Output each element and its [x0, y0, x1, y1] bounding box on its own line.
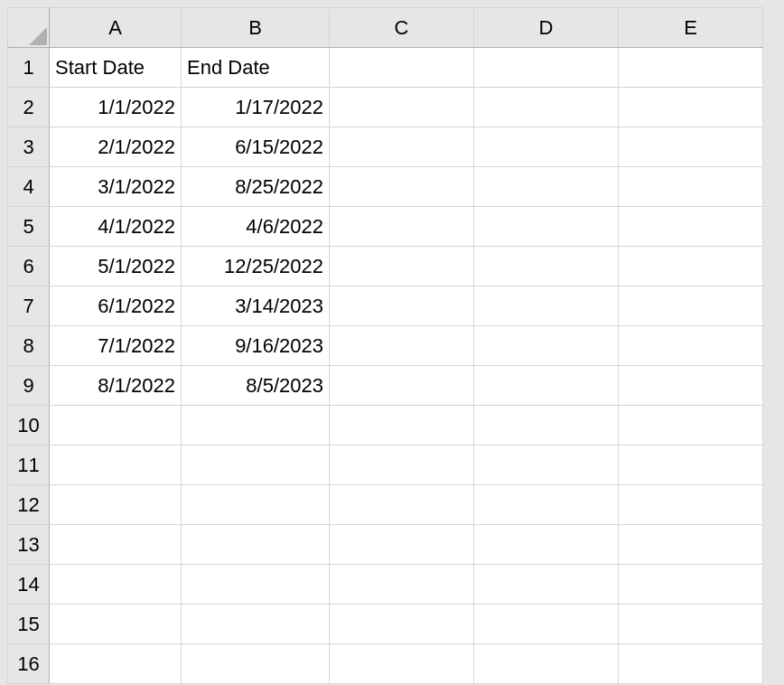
cell-E15[interactable]: [619, 605, 763, 644]
cell-A12[interactable]: [50, 485, 182, 525]
row-header-13[interactable]: 13: [8, 525, 50, 565]
cell-D14[interactable]: [474, 565, 619, 605]
cell-D4[interactable]: [474, 167, 619, 207]
cell-E5[interactable]: [619, 207, 763, 247]
cell-C8[interactable]: [330, 326, 474, 366]
cell-B8[interactable]: 9/16/2023: [182, 326, 330, 366]
cell-C16[interactable]: [330, 644, 474, 684]
cell-A3[interactable]: 2/1/2022: [50, 127, 182, 167]
row-header-11[interactable]: 11: [8, 446, 50, 485]
cell-B2[interactable]: 1/17/2022: [182, 88, 330, 127]
row-header-15[interactable]: 15: [8, 605, 50, 644]
cell-C2[interactable]: [330, 88, 474, 127]
select-all-corner[interactable]: [8, 8, 50, 48]
cell-A6[interactable]: 5/1/2022: [50, 247, 182, 286]
cell-A9[interactable]: 8/1/2022: [50, 366, 182, 406]
row-header-8[interactable]: 8: [8, 326, 50, 366]
column-header-A[interactable]: A: [50, 8, 182, 48]
cell-D10[interactable]: [474, 406, 619, 446]
cell-C9[interactable]: [330, 366, 474, 406]
cell-E16[interactable]: [619, 644, 763, 684]
cell-B9[interactable]: 8/5/2023: [182, 366, 330, 406]
cell-E14[interactable]: [619, 565, 763, 605]
cell-B4[interactable]: 8/25/2022: [182, 167, 330, 207]
row-header-6[interactable]: 6: [8, 247, 50, 286]
cell-D5[interactable]: [474, 207, 619, 247]
spreadsheet-grid[interactable]: A B C D E 1 Start Date End Date 2 1/1/20…: [7, 7, 763, 684]
cell-B1[interactable]: End Date: [182, 48, 330, 88]
cell-E1[interactable]: [619, 48, 763, 88]
cell-E4[interactable]: [619, 167, 763, 207]
cell-E3[interactable]: [619, 127, 763, 167]
cell-A13[interactable]: [50, 525, 182, 565]
cell-D2[interactable]: [474, 88, 619, 127]
cell-B3[interactable]: 6/15/2022: [182, 127, 330, 167]
row-header-10[interactable]: 10: [8, 406, 50, 446]
row-header-2[interactable]: 2: [8, 88, 50, 127]
cell-E13[interactable]: [619, 525, 763, 565]
cell-D7[interactable]: [474, 286, 619, 326]
cell-D11[interactable]: [474, 446, 619, 485]
cell-B12[interactable]: [182, 485, 330, 525]
column-header-E[interactable]: E: [619, 8, 763, 48]
cell-C6[interactable]: [330, 247, 474, 286]
row-header-7[interactable]: 7: [8, 286, 50, 326]
cell-C15[interactable]: [330, 605, 474, 644]
cell-B15[interactable]: [182, 605, 330, 644]
row-header-1[interactable]: 1: [8, 48, 50, 88]
cell-C14[interactable]: [330, 565, 474, 605]
cell-B7[interactable]: 3/14/2023: [182, 286, 330, 326]
cell-E7[interactable]: [619, 286, 763, 326]
cell-B5[interactable]: 4/6/2022: [182, 207, 330, 247]
cell-C10[interactable]: [330, 406, 474, 446]
cell-B10[interactable]: [182, 406, 330, 446]
cell-A10[interactable]: [50, 406, 182, 446]
cell-C11[interactable]: [330, 446, 474, 485]
cell-A11[interactable]: [50, 446, 182, 485]
row-header-14[interactable]: 14: [8, 565, 50, 605]
column-header-B[interactable]: B: [182, 8, 330, 48]
cell-D16[interactable]: [474, 644, 619, 684]
cell-E11[interactable]: [619, 446, 763, 485]
cell-E10[interactable]: [619, 406, 763, 446]
row-header-5[interactable]: 5: [8, 207, 50, 247]
cell-E8[interactable]: [619, 326, 763, 366]
cell-D12[interactable]: [474, 485, 619, 525]
cell-A8[interactable]: 7/1/2022: [50, 326, 182, 366]
row-header-9[interactable]: 9: [8, 366, 50, 406]
cell-B13[interactable]: [182, 525, 330, 565]
cell-D3[interactable]: [474, 127, 619, 167]
column-header-C[interactable]: C: [330, 8, 474, 48]
row-header-12[interactable]: 12: [8, 485, 50, 525]
cell-E2[interactable]: [619, 88, 763, 127]
cell-D13[interactable]: [474, 525, 619, 565]
cell-C1[interactable]: [330, 48, 474, 88]
row-header-3[interactable]: 3: [8, 127, 50, 167]
cell-C12[interactable]: [330, 485, 474, 525]
cell-C13[interactable]: [330, 525, 474, 565]
cell-B16[interactable]: [182, 644, 330, 684]
cell-A5[interactable]: 4/1/2022: [50, 207, 182, 247]
cell-A15[interactable]: [50, 605, 182, 644]
cell-C4[interactable]: [330, 167, 474, 207]
cell-A4[interactable]: 3/1/2022: [50, 167, 182, 207]
cell-C5[interactable]: [330, 207, 474, 247]
cell-B6[interactable]: 12/25/2022: [182, 247, 330, 286]
cell-D9[interactable]: [474, 366, 619, 406]
column-header-D[interactable]: D: [474, 8, 619, 48]
cell-D6[interactable]: [474, 247, 619, 286]
cell-A1[interactable]: Start Date: [50, 48, 182, 88]
cell-D15[interactable]: [474, 605, 619, 644]
cell-A14[interactable]: [50, 565, 182, 605]
cell-C3[interactable]: [330, 127, 474, 167]
cell-E6[interactable]: [619, 247, 763, 286]
cell-E9[interactable]: [619, 366, 763, 406]
cell-B14[interactable]: [182, 565, 330, 605]
cell-A2[interactable]: 1/1/2022: [50, 88, 182, 127]
cell-D8[interactable]: [474, 326, 619, 366]
cell-B11[interactable]: [182, 446, 330, 485]
cell-A7[interactable]: 6/1/2022: [50, 286, 182, 326]
cell-A16[interactable]: [50, 644, 182, 684]
row-header-16[interactable]: 16: [8, 644, 50, 684]
cell-C7[interactable]: [330, 286, 474, 326]
